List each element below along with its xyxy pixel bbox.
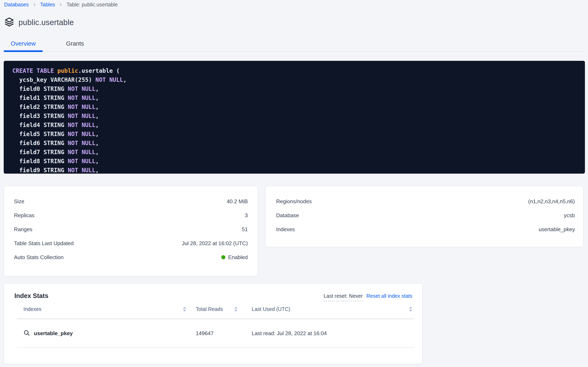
breadcrumb-current: Table: public.usertable bbox=[66, 2, 118, 8]
stat-row-replicas: Replicas 3 bbox=[14, 208, 248, 222]
stat-value: 51 bbox=[242, 226, 248, 233]
stat-row-regions: Regions/nodes (n1,n2,n3,n4,n5,n6) bbox=[276, 194, 575, 208]
search-icon bbox=[23, 329, 30, 337]
table-topology-card: Regions/nodes (n1,n2,n3,n4,n5,n6) Databa… bbox=[265, 186, 583, 247]
stat-value: (n1,n2,n3,n4,n5,n6) bbox=[528, 198, 575, 205]
stat-value: Jul 28, 2022 at 16:02 (UTC) bbox=[182, 240, 248, 247]
stat-row-ranges: Ranges 51 bbox=[14, 222, 248, 236]
stat-row-auto-stats: Auto Stats Collection Enabled bbox=[14, 250, 248, 264]
stat-label: Replicas bbox=[14, 212, 34, 219]
stat-label: Auto Stats Collection bbox=[14, 254, 64, 260]
page-title-row: public.usertable bbox=[4, 17, 74, 28]
sort-arrows-icon[interactable] bbox=[234, 307, 238, 312]
page-title: public.usertable bbox=[18, 18, 74, 27]
stat-value: 3 bbox=[245, 212, 248, 219]
stat-row-database: Database ycsb bbox=[276, 208, 575, 222]
stat-row-stats-updated: Table Stats Last Updated Jul 28, 2022 at… bbox=[14, 236, 248, 250]
column-header-indexes[interactable]: Indexes bbox=[17, 300, 189, 319]
sort-arrows-icon[interactable] bbox=[409, 307, 412, 312]
reset-all-index-stats-link[interactable]: Reset all index stats bbox=[366, 293, 412, 299]
tab-grants[interactable]: Grants bbox=[63, 39, 87, 52]
index-name-link[interactable]: usertable_pkey bbox=[34, 330, 73, 337]
tab-overview[interactable]: Overview bbox=[4, 39, 43, 52]
stat-value: usertable_pkey bbox=[539, 226, 575, 233]
stat-row-size: Size 40.2 MiB bbox=[14, 194, 248, 208]
stat-label: Table Stats Last Updated bbox=[14, 240, 74, 247]
column-header-total-reads[interactable]: Total Reads bbox=[189, 300, 240, 319]
table-row: usertable_pkey 149647 Last read: Jul 28,… bbox=[17, 319, 415, 348]
index-stats-table: Indexes Total Reads Last Used (UTC) bbox=[17, 300, 415, 348]
tab-bar-rule bbox=[4, 51, 585, 51]
breadcrumb-link-databases[interactable]: Databases bbox=[4, 2, 29, 8]
chevron-right-icon bbox=[58, 2, 63, 7]
breadcrumb-link-tables[interactable]: Tables bbox=[40, 2, 55, 8]
table-details-card: Size 40.2 MiB Replicas 3 Ranges 51 Table… bbox=[4, 186, 258, 276]
stat-label: Regions/nodes bbox=[276, 198, 312, 205]
stat-label: Ranges bbox=[14, 226, 33, 233]
table-header-row: Indexes Total Reads Last Used (UTC) bbox=[17, 300, 415, 319]
sort-arrows-icon[interactable] bbox=[183, 307, 186, 312]
stat-label: Database bbox=[276, 212, 299, 219]
index-stats-card: Index Stats Last reset: Never Reset all … bbox=[4, 283, 422, 364]
status-dot-enabled bbox=[221, 255, 225, 259]
status-text: Enabled bbox=[228, 254, 248, 260]
tab-active-indicator bbox=[4, 50, 43, 52]
stat-row-indexes: Indexes usertable_pkey bbox=[276, 222, 575, 236]
column-header-last-used[interactable]: Last Used (UTC) bbox=[240, 300, 415, 319]
index-stats-title: Index Stats bbox=[14, 292, 48, 300]
total-reads-value: 149647 bbox=[189, 330, 240, 337]
stat-value: Enabled bbox=[221, 254, 248, 260]
layers-icon bbox=[4, 17, 14, 28]
stat-label: Size bbox=[14, 198, 25, 205]
breadcrumb: Databases Tables Table: public.usertable bbox=[4, 2, 118, 8]
stat-value: 40.2 MiB bbox=[227, 198, 248, 205]
chevron-right-icon bbox=[32, 2, 37, 7]
stat-label: Indexes bbox=[276, 226, 295, 233]
tab-bar: Overview Grants bbox=[4, 39, 585, 52]
stat-value: ycsb bbox=[564, 212, 575, 219]
last-used-value: Last read: Jul 28, 2022 at 16:04 bbox=[240, 330, 415, 337]
create-table-statement: CREATE TABLE public.usertable ( ycsb_key… bbox=[4, 61, 585, 174]
